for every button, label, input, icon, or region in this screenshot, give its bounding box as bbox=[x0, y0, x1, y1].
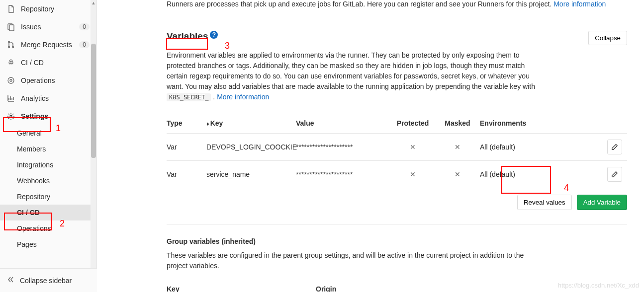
sidebar-sub-webhooks[interactable]: Webhooks bbox=[0, 173, 96, 189]
cell-key: DEVOPS_LOGIN_COOCKIE bbox=[206, 143, 296, 151]
table-header: Type ♦Key Value Protected Masked Environ… bbox=[167, 113, 627, 133]
cell-key: service_name bbox=[206, 170, 296, 178]
header-protected[interactable]: Protected bbox=[390, 119, 435, 127]
scroll-arrow-up-icon[interactable]: ▲ bbox=[91, 0, 96, 6]
cell-protected: ✕ bbox=[390, 170, 435, 178]
rocket-icon bbox=[7, 59, 15, 67]
header-masked[interactable]: Masked bbox=[435, 119, 480, 127]
gear-icon bbox=[7, 112, 15, 120]
sidebar-item-repository[interactable]: Repository bbox=[0, 0, 96, 18]
divider bbox=[167, 224, 627, 224]
cell-value: ********************* bbox=[296, 143, 390, 151]
svg-point-4 bbox=[12, 47, 14, 48]
variables-title: Variables bbox=[167, 31, 208, 42]
cell-type: Var bbox=[167, 170, 206, 178]
sidebar-label: Analytics bbox=[21, 94, 49, 102]
table-row: Var DEVOPS_LOGIN_COOCKIE ***************… bbox=[167, 133, 627, 160]
cell-type: Var bbox=[167, 143, 206, 151]
svg-point-7 bbox=[10, 79, 12, 81]
sidebar-label: Operations bbox=[21, 76, 55, 84]
main-content: Runners are processes that pick up and e… bbox=[97, 0, 644, 292]
header-env[interactable]: Environments bbox=[480, 119, 540, 127]
group-variables-desc: These variables are configured in the pa… bbox=[167, 250, 545, 271]
code-snippet: K8S_SECRET_ bbox=[167, 93, 211, 101]
operations-icon bbox=[7, 76, 15, 84]
cell-env: All (default) bbox=[480, 170, 540, 178]
sidebar-item-analytics[interactable]: Analytics bbox=[0, 89, 96, 107]
svg-point-5 bbox=[10, 61, 11, 62]
sort-icon: ♦ bbox=[206, 121, 209, 127]
sidebar-item-cicd[interactable]: CI / CD bbox=[0, 54, 96, 72]
svg-rect-1 bbox=[9, 25, 14, 31]
sidebar-sub-integrations[interactable]: Integrations bbox=[0, 157, 96, 173]
svg-point-6 bbox=[8, 77, 14, 83]
group-variables-title: Group variables (inherited) bbox=[167, 237, 627, 245]
collapse-sidebar-button[interactable]: Collapse sidebar bbox=[0, 268, 97, 292]
sidebar-sub-repository[interactable]: Repository bbox=[0, 189, 96, 205]
add-variable-button[interactable]: Add Variable bbox=[577, 195, 627, 210]
group-header-key: Key bbox=[167, 285, 316, 292]
variables-more-link[interactable]: More information bbox=[217, 93, 269, 101]
edit-variable-button[interactable] bbox=[607, 140, 622, 154]
sidebar-item-merge-requests[interactable]: Merge Requests 0 bbox=[0, 36, 96, 54]
table-row: Var service_name ********************* ✕… bbox=[167, 160, 627, 188]
cell-masked: ✕ bbox=[435, 170, 480, 178]
svg-point-3 bbox=[8, 47, 10, 48]
group-header-origin: Origin bbox=[316, 285, 336, 292]
sidebar-sub-cicd[interactable]: CI / CD bbox=[0, 205, 96, 220]
sidebar-label: Issues bbox=[21, 23, 41, 31]
reveal-values-button[interactable]: Reveal values bbox=[517, 195, 572, 210]
merge-icon bbox=[7, 41, 15, 49]
sidebar-label: CI / CD bbox=[21, 59, 44, 67]
sidebar-label: Settings bbox=[21, 112, 48, 120]
header-type[interactable]: Type bbox=[167, 119, 206, 127]
sidebar-sub-members[interactable]: Members bbox=[0, 141, 96, 157]
issues-badge: 0 bbox=[79, 23, 90, 30]
collapse-section-button[interactable]: Collapse bbox=[588, 31, 627, 45]
collapse-icon bbox=[7, 276, 15, 285]
edit-variable-button[interactable] bbox=[607, 167, 622, 182]
runners-description: Runners are processes that pick up and e… bbox=[167, 0, 627, 8]
sidebar: Repository Issues 0 Merge Requests 0 CI … bbox=[0, 0, 97, 292]
variables-description: Environment variables are applied to env… bbox=[167, 50, 545, 102]
runners-more-link[interactable]: More information bbox=[553, 0, 606, 8]
sidebar-item-issues[interactable]: Issues 0 bbox=[0, 18, 96, 36]
svg-point-8 bbox=[10, 115, 12, 117]
sidebar-scrollbar[interactable]: ▲ bbox=[91, 0, 96, 292]
svg-point-2 bbox=[8, 42, 10, 43]
variables-actions: Reveal values Add Variable bbox=[167, 195, 627, 210]
variables-section-header: Variables ? Collapse bbox=[167, 31, 627, 45]
scroll-thumb[interactable] bbox=[91, 44, 96, 158]
sidebar-sub-operations[interactable]: Operations bbox=[0, 220, 96, 236]
collapse-label: Collapse sidebar bbox=[20, 277, 72, 285]
cell-masked: ✕ bbox=[435, 143, 480, 151]
analytics-icon bbox=[7, 94, 15, 102]
header-value[interactable]: Value bbox=[296, 119, 390, 127]
cell-protected: ✕ bbox=[390, 143, 435, 151]
cell-value: ********************* bbox=[296, 170, 390, 178]
watermark: https://blog.csdn.net/Xc_xdd bbox=[558, 282, 639, 289]
header-key[interactable]: ♦Key bbox=[206, 119, 296, 127]
mr-badge: 0 bbox=[79, 41, 90, 48]
sidebar-label: Merge Requests bbox=[21, 41, 72, 49]
sidebar-item-settings[interactable]: Settings bbox=[0, 107, 96, 125]
sidebar-item-operations[interactable]: Operations bbox=[0, 72, 96, 89]
variables-table: Type ♦Key Value Protected Masked Environ… bbox=[167, 113, 627, 188]
sidebar-label: Repository bbox=[21, 5, 54, 13]
sidebar-sub-general[interactable]: General bbox=[0, 125, 96, 141]
help-icon[interactable]: ? bbox=[210, 31, 218, 39]
cell-env: All (default) bbox=[480, 143, 540, 151]
sidebar-sub-pages[interactable]: Pages bbox=[0, 236, 96, 252]
file-icon bbox=[7, 5, 15, 13]
issues-icon bbox=[7, 23, 15, 31]
